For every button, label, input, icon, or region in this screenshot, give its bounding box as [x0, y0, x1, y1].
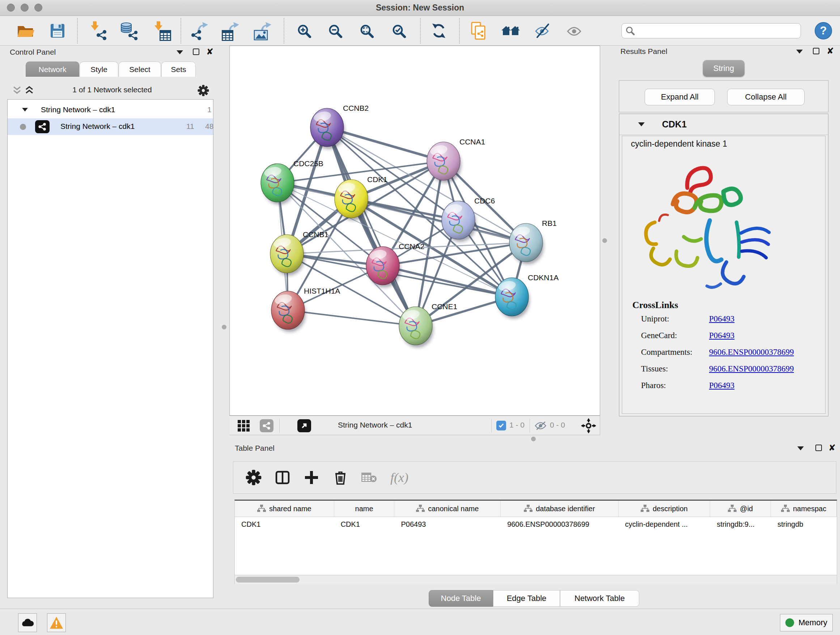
- tab-edge-table[interactable]: Edge Table: [493, 590, 560, 607]
- table-cell[interactable]: 9606.ENSP00000378699: [501, 517, 619, 533]
- column-header-namespac[interactable]: namespac: [771, 501, 837, 516]
- scrollbar-thumb[interactable]: [236, 577, 300, 583]
- crosslink-link[interactable]: 9606.ENSP00000378699: [709, 348, 794, 357]
- network-node-CDC6[interactable]: CDC6: [442, 196, 495, 242]
- table-cell[interactable]: CDK1: [334, 517, 395, 533]
- network-node-CDK1[interactable]: CDK1: [335, 175, 387, 220]
- crosslink-link[interactable]: 9606.ENSP00000378699: [709, 364, 794, 374]
- column-header-shared-name[interactable]: shared name: [235, 501, 334, 516]
- column-header-name[interactable]: name: [334, 501, 395, 516]
- import-network-from-database-icon[interactable]: [118, 21, 139, 41]
- node-label-CDC25B: CDC25B: [294, 159, 324, 168]
- network-row[interactable]: String Network – cdk1 11 48: [8, 119, 213, 135]
- hide-selected-icon[interactable]: [532, 21, 553, 41]
- column-header-database-identifier[interactable]: database identifier: [501, 501, 619, 516]
- tab-sets[interactable]: Sets: [161, 62, 196, 77]
- network-node-CCNA1[interactable]: CCNA1: [427, 138, 485, 183]
- protein-header-row[interactable]: CDK1: [619, 114, 828, 135]
- memory-button[interactable]: Memory: [780, 614, 833, 631]
- zoom-selected-icon[interactable]: [388, 21, 409, 41]
- table-cell[interactable]: cyclin-dependent ...: [619, 517, 711, 533]
- open-session-icon[interactable]: [15, 21, 35, 41]
- import-table-icon[interactable]: [152, 21, 172, 41]
- close-panel-icon[interactable]: ✘: [827, 48, 834, 54]
- network-edge[interactable]: [288, 310, 416, 326]
- help-button[interactable]: ?: [815, 22, 832, 40]
- tab-network[interactable]: Network: [26, 62, 79, 77]
- network-node-CCNE1[interactable]: CCNE1: [399, 302, 457, 348]
- column-header-canonical-name[interactable]: canonical name: [394, 501, 501, 516]
- fit-selected-crosshair-icon[interactable]: [581, 418, 596, 433]
- collection-label: String Network – cdk1: [41, 105, 115, 114]
- string-style-icon[interactable]: [260, 419, 273, 432]
- zoom-fit-content-icon[interactable]: [356, 21, 377, 41]
- network-options-gear-icon[interactable]: [197, 85, 209, 96]
- expand-all-button[interactable]: Expand All: [645, 89, 715, 105]
- crosslink-label: Uniprot:: [641, 314, 669, 324]
- table-row[interactable]: CDK1CDK1P064939606.ENSP00000378699cyclin…: [235, 517, 837, 533]
- protein-structure-image: [633, 154, 774, 293]
- delete-column-icon[interactable]: [332, 470, 348, 486]
- table-cell[interactable]: CDK1: [235, 517, 334, 533]
- node-label-CDK1: CDK1: [367, 175, 387, 184]
- column-header-description[interactable]: description: [619, 501, 711, 516]
- protein-expander-icon[interactable]: [638, 122, 645, 126]
- copy-current-style-icon[interactable]: [468, 21, 488, 41]
- bottom-splitter-handle[interactable]: [531, 437, 536, 441]
- table-cell[interactable]: stringdb:9...: [710, 517, 771, 533]
- collapse-all-button[interactable]: Collapse All: [727, 89, 805, 105]
- close-panel-icon[interactable]: ✘: [829, 445, 836, 451]
- network-canvas[interactable]: CCNB2CCNA1CDC25BCDK1CDC6RB1CCNB1CCNA2CDK…: [229, 46, 600, 416]
- crosslink-link[interactable]: P06493: [709, 314, 734, 324]
- network-node-CDKN1A[interactable]: CDKN1A: [495, 273, 559, 318]
- show-all-icon[interactable]: [564, 21, 584, 41]
- tab-node-table[interactable]: Node Table: [429, 590, 493, 607]
- collection-count: 1: [207, 105, 212, 114]
- export-image-icon[interactable]: [253, 21, 273, 41]
- crosslink-link[interactable]: P06493: [709, 381, 734, 390]
- collection-expander-icon[interactable]: [22, 108, 28, 111]
- export-table-icon[interactable]: [220, 21, 240, 41]
- close-panel-icon[interactable]: ✘: [206, 49, 213, 55]
- network-edge[interactable]: [383, 266, 512, 297]
- float-panel-icon[interactable]: [193, 49, 199, 55]
- save-session-icon[interactable]: [47, 21, 68, 41]
- refresh-layout-icon[interactable]: [429, 21, 449, 41]
- add-column-icon[interactable]: [303, 470, 319, 486]
- show-columns-icon[interactable]: [275, 470, 291, 486]
- zoom-in-icon[interactable]: [294, 21, 314, 41]
- warnings-button[interactable]: [47, 613, 66, 632]
- import-network-icon[interactable]: [88, 21, 108, 41]
- left-splitter-handle[interactable]: [222, 325, 226, 329]
- crosslink-link[interactable]: P06493: [709, 331, 734, 340]
- selected-nodes-checkbox[interactable]: [496, 421, 506, 431]
- cloud-service-button[interactable]: [18, 613, 37, 632]
- tab-select[interactable]: Select: [118, 62, 161, 77]
- tab-string[interactable]: String: [703, 60, 745, 77]
- zoom-out-icon[interactable]: [325, 21, 345, 41]
- panel-menu-icon[interactable]: [796, 50, 803, 54]
- network-collection-row[interactable]: String Network – cdk1 1: [8, 102, 213, 119]
- export-network-icon[interactable]: [189, 21, 210, 41]
- float-panel-icon[interactable]: [813, 48, 819, 54]
- float-panel-icon[interactable]: [815, 445, 822, 451]
- main-toolbar: ?: [0, 16, 840, 46]
- tab-network-table[interactable]: Network Table: [560, 590, 639, 607]
- tab-style[interactable]: Style: [80, 62, 118, 77]
- network-node-RB1[interactable]: RB1: [509, 219, 557, 264]
- table-cell[interactable]: stringdb: [771, 517, 837, 533]
- show-home-icon[interactable]: [501, 21, 521, 41]
- network-node-HIST1H1A[interactable]: HIST1H1A: [271, 287, 340, 332]
- column-header--id[interactable]: @id: [710, 501, 771, 516]
- network-edge[interactable]: [327, 127, 416, 326]
- panel-menu-icon[interactable]: [177, 50, 183, 54]
- network-node-CCNB2[interactable]: CCNB2: [310, 104, 369, 149]
- search-input[interactable]: [638, 27, 797, 35]
- collapse-all-icon[interactable]: [11, 86, 22, 96]
- table-cell[interactable]: P06493: [394, 517, 501, 533]
- panel-menu-icon[interactable]: [797, 447, 804, 450]
- birds-eye-view-icon[interactable]: [237, 420, 250, 432]
- table-options-gear-icon[interactable]: [246, 470, 262, 486]
- expand-all-icon[interactable]: [24, 86, 35, 96]
- open-view-in-window-icon[interactable]: [297, 419, 311, 432]
